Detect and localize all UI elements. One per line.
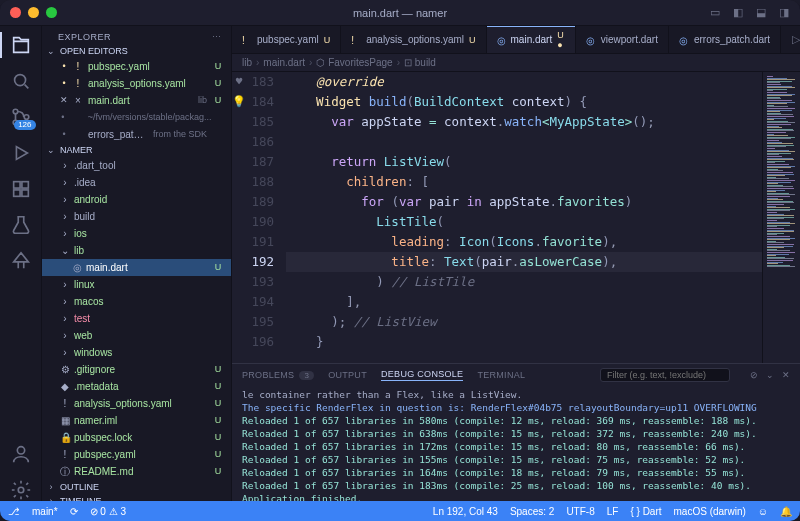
code-line[interactable]: children: [ [286, 172, 762, 192]
code-line[interactable]: ); // ListView [286, 312, 762, 332]
tree-file[interactable]: ◆.metadataU [42, 378, 231, 395]
layout-panel-icon[interactable]: ▭ [708, 6, 721, 19]
panel-tab-problems[interactable]: PROBLEMS3 [242, 370, 314, 380]
console-line: Reloaded 1 of 657 libraries in 638ms (co… [242, 427, 790, 440]
minimize-window-button[interactable] [28, 7, 39, 18]
code-line[interactable]: Widget build(BuildContext context) { [286, 92, 762, 112]
editor-tab[interactable]: ◎main.dartU ● [487, 26, 576, 53]
editor-tab[interactable]: ◎errors_patch.dart [669, 26, 781, 53]
console-line: Reloaded 1 of 657 libraries in 164ms (co… [242, 466, 790, 479]
source-control-icon[interactable]: 126 [10, 106, 32, 128]
breadcrumb-item[interactable]: ⬡ FavoritesPage [316, 57, 392, 68]
panel-tab-output[interactable]: OUTPUT [328, 370, 367, 380]
breadcrumb-item[interactable]: lib [242, 57, 252, 68]
search-icon[interactable] [10, 70, 32, 92]
code-line[interactable]: var appState = context.watch<MyAppState>… [286, 112, 762, 132]
editor-tab[interactable]: !analysis_options.yamlU [341, 26, 486, 53]
code-line[interactable]: ) // ListTile [286, 272, 762, 292]
tree-file[interactable]: ⚙.gitignoreU [42, 361, 231, 378]
indent[interactable]: Spaces: 2 [510, 506, 554, 517]
code-line[interactable]: return ListView( [286, 152, 762, 172]
chevron-right-icon: › [60, 192, 70, 207]
run-icon[interactable]: ▷ [789, 33, 800, 46]
test-icon[interactable] [10, 214, 32, 236]
tree-folder[interactable]: ›build [42, 208, 231, 225]
panel-tab-debug-console[interactable]: DEBUG CONSOLE [381, 369, 463, 381]
code-line[interactable]: for (var pair in appState.favorites) [286, 192, 762, 212]
settings-icon[interactable] [10, 479, 32, 501]
tree-folder[interactable]: ›.idea [42, 174, 231, 191]
diagnostics[interactable]: ⊘ 0 ⚠ 3 [90, 506, 126, 517]
remote-indicator[interactable]: ⎇ [8, 506, 20, 517]
breadcrumb-item[interactable]: ⊡ build [404, 57, 436, 68]
tree-folder[interactable]: ›ios [42, 225, 231, 242]
tree-folder[interactable]: ›windows [42, 344, 231, 361]
zoom-window-button[interactable] [46, 7, 57, 18]
layout-sidebar-left-icon[interactable]: ◧ [731, 6, 744, 19]
close-window-button[interactable] [10, 7, 21, 18]
tree-folder[interactable]: ›linux [42, 276, 231, 293]
clear-console-icon[interactable]: ⊘ [750, 370, 758, 380]
panel-filter-input[interactable] [600, 368, 730, 382]
open-editor-item[interactable]: •!analysis_options.yamlU [42, 75, 231, 92]
svg-rect-7 [21, 182, 27, 188]
minimap[interactable] [762, 72, 800, 363]
account-icon[interactable] [10, 443, 32, 465]
open-editor-item[interactable]: •errors_patch.dartfrom the SDK [42, 126, 231, 143]
tree-file[interactable]: !analysis_options.yamlU [42, 395, 231, 412]
editor-tab[interactable]: ◎viewport.dart [576, 26, 669, 53]
code-line[interactable]: ListTile( [286, 212, 762, 232]
cursor-position[interactable]: Ln 192, Col 43 [433, 506, 498, 517]
editor[interactable]: ♥💡 1831841851861871881891901911921931941… [232, 72, 800, 363]
layout-panel-bottom-icon[interactable]: ⬓ [754, 6, 767, 19]
code-line[interactable]: title: Text(pair.asLowerCase), [286, 252, 762, 272]
open-editor-item[interactable]: •!pubspec.yamlU [42, 58, 231, 75]
run-debug-icon[interactable] [10, 142, 32, 164]
code-line[interactable]: ], [286, 292, 762, 312]
tree-folder[interactable]: ›test [42, 310, 231, 327]
open-editor-item[interactable]: •viewport.dart~/fvm/versions/stable/pack… [42, 109, 231, 126]
panel-tab-terminal[interactable]: TERMINAL [477, 370, 525, 380]
eol[interactable]: LF [607, 506, 619, 517]
feedback-icon[interactable]: ☺ [758, 506, 768, 517]
tree-file[interactable]: !pubspec.yamlU [42, 446, 231, 463]
tree-folder[interactable]: ⌄lib [42, 242, 231, 259]
section-header-outline[interactable]: ›OUTLINE [42, 480, 231, 494]
tree-folder[interactable]: ›macos [42, 293, 231, 310]
tree-folder[interactable]: ›web [42, 327, 231, 344]
code-line[interactable]: @override [286, 72, 762, 92]
console-line: The specific RenderFlex in question is: … [242, 401, 790, 414]
extensions-icon[interactable] [10, 178, 32, 200]
tree-file[interactable]: ▦namer.imlU [42, 412, 231, 429]
live-share-icon[interactable] [10, 250, 32, 272]
close-panel-icon[interactable]: ✕ [782, 370, 790, 380]
titlebar-actions: ▭ ◧ ⬓ ◨ [708, 6, 790, 19]
device[interactable]: macOS (darwin) [674, 506, 746, 517]
tree-file[interactable]: 🔒pubspec.lockU [42, 429, 231, 446]
code-content[interactable]: @override Widget build(BuildContext cont… [286, 72, 762, 363]
code-line[interactable]: } [286, 332, 762, 352]
breadcrumb[interactable]: lib›main.dart›⬡ FavoritesPage›⊡ build [232, 54, 800, 72]
editor-tab[interactable]: !pubspec.yamlU [232, 26, 341, 53]
project-tree: ›.dart_tool›.idea›android›build›ios⌄lib◎… [42, 157, 231, 480]
tree-folder[interactable]: ›android [42, 191, 231, 208]
code-line[interactable] [286, 132, 762, 152]
bell-icon[interactable]: 🔔 [780, 506, 792, 517]
sidebar-more-icon[interactable]: ⋯ [212, 32, 222, 42]
code-line[interactable]: leading: Icon(Icons.favorite), [286, 232, 762, 252]
chevron-down-icon[interactable]: ⌄ [766, 370, 774, 380]
project-header[interactable]: ⌄ NAMER [42, 143, 231, 157]
git-branch[interactable]: main* [32, 506, 58, 517]
tree-file[interactable]: ⓘREADME.mdU [42, 463, 231, 480]
open-editors-header[interactable]: ⌄ OPEN EDITORS [42, 44, 231, 58]
language[interactable]: { } Dart [630, 506, 661, 517]
tree-file[interactable]: ◎main.dartU [42, 259, 231, 276]
open-editor-item[interactable]: ✕×main.dartlibU [42, 92, 231, 109]
breadcrumb-item[interactable]: main.dart [263, 57, 305, 68]
sync-status[interactable]: ⟳ [70, 506, 78, 517]
tree-folder[interactable]: ›.dart_tool [42, 157, 231, 174]
encoding[interactable]: UTF-8 [566, 506, 594, 517]
explorer-icon[interactable] [10, 34, 32, 56]
layout-sidebar-right-icon[interactable]: ◨ [777, 6, 790, 19]
debug-console-output[interactable]: le container rather than a Flex, like a … [232, 386, 800, 501]
